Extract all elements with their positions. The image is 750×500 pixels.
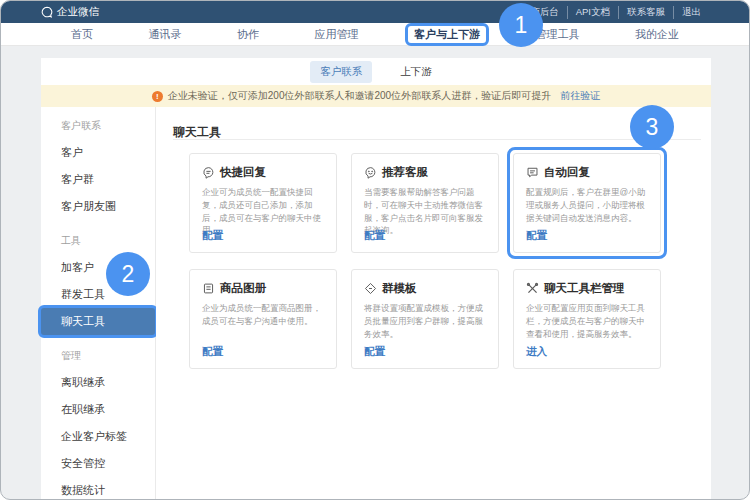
nav-item-collaboration[interactable]: 协作 xyxy=(237,27,259,42)
tab-customer-contact[interactable]: 客户联系 xyxy=(310,61,372,83)
annotation-badge-1: 1 xyxy=(499,3,543,47)
card-header: 推荐客服 xyxy=(364,165,486,180)
product-album-icon xyxy=(202,282,215,295)
main-nav: 首页 通讯录 协作 应用管理 客户与上下游 管理工具 我的企业 xyxy=(1,23,749,46)
card-header: 聊天工具栏管理 xyxy=(526,281,648,296)
card-title: 自动回复 xyxy=(544,165,590,180)
sidebar-item-resigned-inheritance[interactable]: 离职继承 xyxy=(41,369,155,396)
card-quick-reply[interactable]: 快捷回复 企业可为成员统一配置快捷回复，成员还可自己添加，添加后，成员可在与客户… xyxy=(189,153,337,253)
configure-link[interactable]: 配置 xyxy=(526,229,547,243)
sidebar-item-customers[interactable]: 客户 xyxy=(41,139,155,166)
card-title: 商品图册 xyxy=(220,281,266,296)
configure-link[interactable]: 配置 xyxy=(364,229,385,243)
card-recommend-service[interactable]: 推荐客服 当需要客服帮助解答客户问题时，可在聊天中主动推荐微信客服，客户点击名片… xyxy=(351,153,499,253)
card-product-album[interactable]: 商品图册 企业为成员统一配置商品图册，成员可在与客户沟通中使用。 配置 xyxy=(189,269,337,369)
annotation-badge-3: 3 xyxy=(630,105,674,149)
sidebar: 客户联系 客户 客户群 客户朋友圈 工具 加客户 群发工具 聊天工具 管理 离职… xyxy=(41,107,156,499)
top-link-api-docs[interactable]: API文档 xyxy=(567,6,618,19)
tab-strip: 客户联系 上下游 xyxy=(41,58,711,85)
card-header: 快捷回复 xyxy=(202,165,324,180)
topbar: 企业微信 服务商后台 API文档 联系客服 退出 xyxy=(1,1,749,23)
card-title: 聊天工具栏管理 xyxy=(544,281,625,296)
card-description: 将群设置项配置成模板，方便成员批量应用到客户群聊，提高服务效率。 xyxy=(364,302,486,340)
card-description: 企业为成员统一配置商品图册，成员可在与客户沟通中使用。 xyxy=(202,302,324,328)
notice-text: 企业未验证，仅可添加200位外部联系人和邀请200位外部联系人进群，验证后即可提… xyxy=(168,89,551,103)
sidebar-item-chat-tools[interactable]: 聊天工具 xyxy=(41,308,155,335)
tool-card-grid: 快捷回复 企业可为成员统一配置快捷回复，成员还可自己添加，添加后，成员可在与客户… xyxy=(189,153,675,385)
card-description: 配置规则后，客户在群里@小助理或服务人员提问，小助理将根据关键词自动发送消息内容… xyxy=(526,186,648,224)
top-link-logout[interactable]: 退出 xyxy=(673,6,709,19)
sidebar-section-tools: 工具 xyxy=(41,228,155,254)
quick-reply-icon xyxy=(202,166,215,179)
tab-upstream-downstream[interactable]: 上下游 xyxy=(390,61,442,83)
nav-item-customers-upstream-downstream[interactable]: 客户与上下游 xyxy=(414,27,480,42)
card-header: 群模板 xyxy=(364,281,486,296)
chat-toolbar-icon xyxy=(526,282,539,295)
sidebar-item-customer-tags[interactable]: 企业客户标签 xyxy=(41,423,155,450)
verification-notice-bar: ! 企业未验证，仅可添加200位外部联系人和邀请200位外部联系人进群，验证后即… xyxy=(41,85,711,107)
configure-link[interactable]: 配置 xyxy=(202,229,223,243)
top-link-contact-support[interactable]: 联系客服 xyxy=(618,6,673,19)
sidebar-item-data-statistics[interactable]: 数据统计 xyxy=(41,477,155,500)
sidebar-item-customer-groups[interactable]: 客户群 xyxy=(41,166,155,193)
card-group-template[interactable]: 群模板 将群设置项配置成模板，方便成员批量应用到客户群聊，提高服务效率。 配置 xyxy=(351,269,499,369)
sidebar-section-customer-contact: 客户联系 xyxy=(41,113,155,139)
configure-link[interactable]: 配置 xyxy=(202,345,223,359)
card-auto-reply[interactable]: 自动回复 配置规则后，客户在群里@小助理或服务人员提问，小助理将根据关键词自动发… xyxy=(513,153,661,253)
card-chat-toolbar-management[interactable]: 聊天工具栏管理 企业可配置应用页面到聊天工具栏，方便成员在与客户的聊天中查看和使… xyxy=(513,269,661,369)
sidebar-section-management: 管理 xyxy=(41,343,155,369)
main-content: 聊天工具 快捷回复 企业可为成员统一配置快捷回复，成员还可自己添加，添加后，成员… xyxy=(156,107,711,499)
card-header: 自动回复 xyxy=(526,165,648,180)
nav-item-home[interactable]: 首页 xyxy=(71,27,93,42)
chat-bubble-logo-icon xyxy=(41,6,53,18)
title-divider xyxy=(173,139,701,140)
warning-icon: ! xyxy=(152,91,163,102)
card-header: 商品图册 xyxy=(202,281,324,296)
recommend-service-icon xyxy=(364,166,377,179)
nav-item-contacts[interactable]: 通讯录 xyxy=(149,27,182,42)
enter-link[interactable]: 进入 xyxy=(526,345,547,359)
nav-item-app-management[interactable]: 应用管理 xyxy=(315,27,359,42)
logo-text: 企业微信 xyxy=(57,5,99,19)
card-title: 群模板 xyxy=(382,281,417,296)
group-template-icon xyxy=(364,282,377,295)
nav-item-my-company[interactable]: 我的企业 xyxy=(635,27,679,42)
app-window: 企业微信 服务商后台 API文档 联系客服 退出 首页 通讯录 协作 应用管理 … xyxy=(0,0,750,500)
card-title: 快捷回复 xyxy=(220,165,266,180)
sidebar-item-security-control[interactable]: 安全管控 xyxy=(41,450,155,477)
annotation-badge-2: 2 xyxy=(106,252,150,296)
logo[interactable]: 企业微信 xyxy=(41,5,99,19)
sidebar-item-customer-moments[interactable]: 客户朋友圈 xyxy=(41,193,155,220)
configure-link[interactable]: 配置 xyxy=(364,345,385,359)
card-description: 企业可配置应用页面到聊天工具栏，方便成员在与客户的聊天中查看和使用，提高服务效率… xyxy=(526,302,648,340)
go-verify-link[interactable]: 前往验证 xyxy=(560,89,600,103)
sidebar-item-active-inheritance[interactable]: 在职继承 xyxy=(41,396,155,423)
auto-reply-icon xyxy=(526,166,539,179)
card-title: 推荐客服 xyxy=(382,165,428,180)
